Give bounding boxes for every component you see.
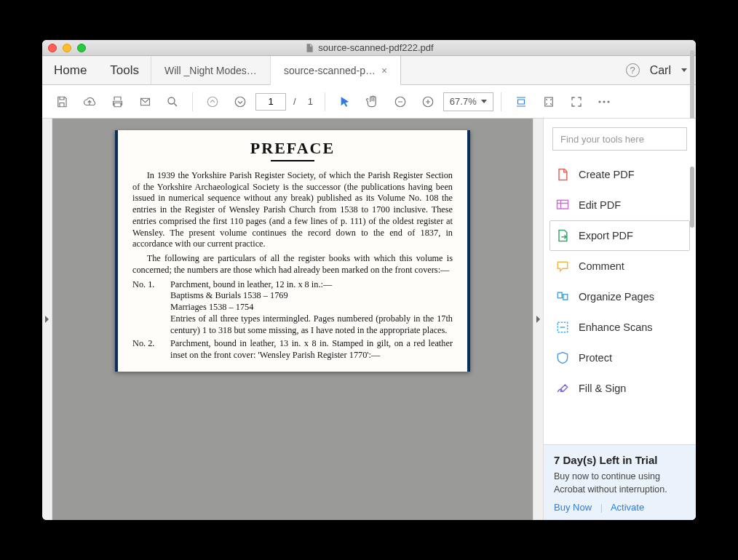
user-menu[interactable]: Carl — [650, 64, 671, 77]
tool-protect[interactable]: Protect — [544, 343, 696, 373]
svg-rect-12 — [563, 295, 568, 300]
home-button[interactable]: Home — [42, 56, 98, 84]
tools-button[interactable]: Tools — [98, 56, 151, 84]
zoom-in-icon[interactable] — [416, 89, 440, 114]
collapse-right-panel-button[interactable] — [533, 119, 543, 520]
chevron-down-icon[interactable] — [681, 68, 687, 72]
content-area: PREFACE In 1939 the Yorkshire Parish Reg… — [42, 119, 696, 520]
entry-body: Parchment, bound in leather, 12 in. x 8 … — [170, 279, 453, 337]
svg-rect-6 — [544, 97, 552, 106]
page-total: 1 — [308, 96, 313, 107]
tools-panel: Find your tools here Create PDF Edit PDF… — [543, 119, 696, 520]
activate-link[interactable]: Activate — [611, 502, 644, 513]
separator: | — [600, 502, 603, 513]
svg-point-2 — [207, 97, 218, 107]
trial-banner: 7 Day(s) Left in Trial Buy now to contin… — [544, 444, 696, 520]
zoom-select[interactable]: 67.7% — [443, 92, 493, 111]
tool-fill-sign[interactable]: Fill & Sign — [544, 373, 696, 404]
svg-point-1 — [168, 97, 175, 104]
doc-paragraph: In 1939 the Yorkshire Parish Register So… — [132, 170, 453, 250]
more-icon[interactable] — [592, 89, 616, 114]
pdf-page: PREFACE In 1939 the Yorkshire Parish Reg… — [115, 130, 470, 372]
create-pdf-icon — [555, 167, 570, 182]
svg-point-8 — [603, 100, 605, 103]
entry-label: No. 2. — [132, 338, 170, 361]
tab-label: Will _Night Modes… — [164, 65, 257, 76]
doc-paragraph: The following are particulars of all the… — [132, 253, 453, 276]
doc-entry: No. 1. Parchment, bound in leather, 12 i… — [132, 279, 453, 337]
edit-pdf-icon — [555, 198, 570, 212]
organize-pages-icon — [555, 289, 570, 304]
email-icon[interactable] — [132, 89, 157, 114]
document-tab-active[interactable]: source-scanned-p… × — [270, 56, 401, 85]
document-tab[interactable]: Will _Night Modes… — [151, 56, 270, 84]
hand-tool-icon[interactable] — [360, 89, 385, 114]
tool-export-pdf[interactable]: Export PDF — [549, 220, 690, 251]
enhance-scans-icon — [555, 320, 570, 335]
tools-search-input[interactable]: Find your tools here — [552, 127, 687, 151]
help-icon[interactable]: ? — [626, 63, 640, 77]
close-window-button[interactable] — [48, 44, 57, 52]
chevron-down-icon — [481, 100, 487, 103]
tool-organize-pages[interactable]: Organize Pages — [544, 281, 696, 312]
tab-bar: Home Tools Will _Night Modes… source-sca… — [42, 56, 696, 85]
zoom-out-icon[interactable] — [388, 89, 413, 114]
fill-sign-icon — [555, 381, 570, 396]
page-number-input[interactable] — [255, 93, 286, 111]
svg-point-7 — [598, 100, 600, 103]
tool-comment[interactable]: Comment — [544, 251, 696, 281]
titlebar: source-scanned-pdf222.pdf — [42, 40, 696, 56]
toolbar: / 1 67.7% — [42, 85, 696, 119]
svg-rect-10 — [558, 200, 568, 209]
doc-heading: PREFACE — [132, 139, 453, 158]
save-icon[interactable] — [49, 89, 74, 114]
export-pdf-icon — [555, 228, 570, 243]
close-tab-icon[interactable]: × — [381, 65, 387, 76]
print-icon[interactable] — [105, 89, 130, 114]
comment-icon — [555, 259, 570, 273]
pdf-file-icon — [304, 43, 314, 53]
scrollbar-thumb[interactable] — [690, 167, 694, 228]
tool-edit-pdf[interactable]: Edit PDF — [544, 190, 696, 220]
doc-entry: No. 2. Parchment, bound in leather, 13 i… — [132, 338, 453, 361]
cloud-upload-icon[interactable] — [77, 89, 102, 114]
page-up-icon[interactable] — [200, 89, 225, 114]
minimize-window-button[interactable] — [63, 44, 71, 52]
buy-now-link[interactable]: Buy Now — [554, 502, 592, 513]
page-separator: / — [293, 96, 296, 107]
trial-message: Buy now to continue using Acrobat withou… — [554, 471, 686, 496]
fullscreen-icon[interactable] — [564, 89, 589, 114]
entry-body: Parchment, bound in leather, 13 in. x 8 … — [170, 338, 453, 361]
document-view[interactable]: PREFACE In 1939 the Yorkshire Parish Reg… — [52, 119, 533, 520]
app-window: source-scanned-pdf222.pdf Home Tools Wil… — [42, 40, 696, 520]
search-icon[interactable] — [160, 89, 185, 114]
page-down-icon[interactable] — [228, 89, 253, 114]
zoom-window-button[interactable] — [77, 44, 86, 52]
window-title: source-scanned-pdf222.pdf — [42, 42, 696, 53]
svg-point-9 — [607, 100, 609, 103]
select-tool-icon[interactable] — [333, 89, 357, 114]
tool-create-pdf[interactable]: Create PDF — [544, 159, 696, 190]
tab-label: source-scanned-p… — [284, 65, 376, 76]
svg-point-3 — [235, 97, 245, 107]
svg-rect-11 — [558, 292, 562, 298]
expand-left-panel-button[interactable] — [42, 119, 52, 520]
trial-title: 7 Day(s) Left in Trial — [554, 454, 686, 466]
fit-page-icon[interactable] — [536, 89, 561, 114]
tools-list: Create PDF Edit PDF Export PDF Comment O… — [544, 159, 696, 444]
entry-label: No. 1. — [132, 279, 170, 337]
tool-enhance-scans[interactable]: Enhance Scans — [544, 312, 696, 343]
window-controls — [48, 44, 86, 52]
divider — [271, 160, 314, 161]
protect-icon — [555, 351, 570, 365]
fit-width-icon[interactable] — [509, 89, 533, 114]
